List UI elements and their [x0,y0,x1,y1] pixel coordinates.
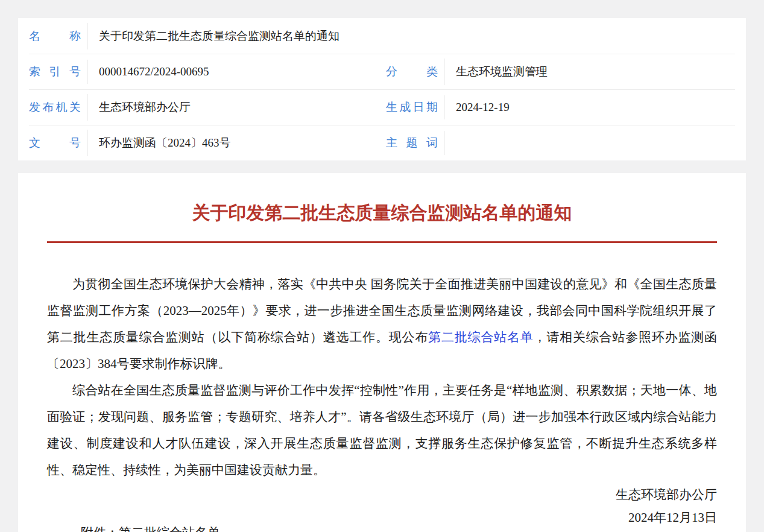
meta-label-name: 名 称 [29,28,81,44]
signature-agency: 生态环境部办公厅 [47,483,717,506]
meta-row-name: 名 称 关于印发第二批生态质量综合监测站名单的通知 [29,18,735,54]
document-info-card: 名 称 关于印发第二批生态质量综合监测站名单的通知 索 引 号 00001467… [18,18,746,160]
paragraph-1: 为贯彻全国生态环境保护大会精神，落实《中共中央 国务院关于全面推进美丽中国建设的… [47,271,717,377]
paragraph-2: 综合站在全国生态质量监督监测与评价工作中发挥“控制性”作用，主要任务是“样地监测… [47,377,717,483]
meta-value-name: 关于印发第二批生态质量综合监测站名单的通知 [87,23,735,49]
title-divider [47,241,717,243]
document-title: 关于印发第二批生态质量综合监测站名单的通知 [47,200,717,226]
signature-block: 生态环境部办公厅 2024年12月13日 [47,483,717,529]
meta-value-index-number: 000014672/2024-00695 [87,60,386,84]
meta-value-subject-words [444,131,735,155]
document-body: 为贯彻全国生态环境保护大会精神，落实《中共中央 国务院关于全面推进美丽中国建设的… [47,271,717,529]
meta-row-agency-date: 发布机关 生态环境部办公厅 生成日期 2024-12-19 [29,89,735,125]
meta-label-subject-words: 主 题 词 [386,135,438,151]
meta-label-index-number: 索 引 号 [29,64,81,80]
meta-row-docnumber-subject: 文 号 环办监测函〔2024〕463号 主 题 词 [29,125,735,160]
meta-label-generation-date: 生成日期 [386,100,438,115]
meta-value-category: 生态环境监测管理 [444,59,735,85]
meta-label-document-number: 文 号 [29,135,81,151]
meta-label-category: 分 类 [386,64,438,80]
meta-value-issuing-agency: 生态环境部办公厅 [87,94,386,121]
attachment-line: 附件：第二批综合站名单 [81,524,220,532]
meta-label-issuing-agency: 发布机关 [29,100,81,115]
document-content-card: 关于印发第二批生态质量综合监测站名单的通知 为贯彻全国生态环境保护大会精神，落实… [18,173,746,532]
meta-row-index-category: 索 引 号 000014672/2024-00695 分 类 生态环境监测管理 [29,54,735,89]
meta-value-document-number: 环办监测函〔2024〕463号 [87,130,386,156]
meta-value-generation-date: 2024-12-19 [444,95,735,119]
station-list-link[interactable]: 第二批综合站名单 [428,330,533,344]
